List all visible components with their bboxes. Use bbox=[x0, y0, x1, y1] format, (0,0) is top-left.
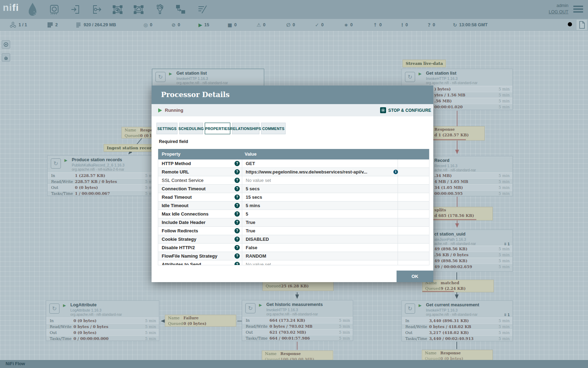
help-icon[interactable]: ? bbox=[234, 186, 240, 191]
stat-label: Tasks/Time bbox=[246, 336, 268, 341]
property-value[interactable]: No value set bbox=[246, 178, 271, 183]
tab-settings[interactable]: SETTINGS bbox=[156, 123, 177, 134]
property-row[interactable]: Max Idle Connections?5 bbox=[158, 210, 429, 218]
property-row-partial[interactable]: Attributes to Send?No value set bbox=[158, 260, 429, 265]
stat-period: 5 min bbox=[498, 330, 510, 335]
help-icon[interactable]: ? bbox=[234, 161, 240, 166]
drag-remote-process-group-icon[interactable] bbox=[133, 4, 144, 15]
connection-label-failure[interactable]: NameFailure Queued0 (0 bytes) bbox=[165, 315, 236, 327]
check-icon: ✓ bbox=[315, 22, 319, 28]
property-value[interactable]: No value set bbox=[246, 262, 271, 265]
connection-label-splits-fragment[interactable]: splits d 685 (178.56 KB) bbox=[424, 207, 493, 220]
stat-period: 5 min bbox=[339, 330, 350, 335]
processor-logattribute[interactable]: ↻ ▶ LogAttribute LogAttribute 1.16.3 org… bbox=[46, 300, 159, 341]
processor-title: Record bbox=[434, 158, 449, 163]
nifi-app: Stream live-data Ingest station records … bbox=[0, 0, 588, 368]
property-name: FlowFile Naming Strategy bbox=[162, 253, 217, 259]
property-value[interactable]: 5 secs bbox=[246, 186, 260, 191]
drag-label-icon[interactable] bbox=[197, 4, 208, 15]
connection-label-response-current[interactable]: NameResponse Queued0 (0 bytes) bbox=[422, 350, 493, 361]
property-row[interactable]: Connection Timeout?5 secs bbox=[158, 185, 429, 193]
help-icon[interactable]: ? bbox=[234, 220, 240, 225]
property-row[interactable]: HTTP Method?GET bbox=[158, 159, 429, 168]
processor-get-current-measurement[interactable]: ↻ ▶ Get current measurement InvokeHTTP 1… bbox=[401, 300, 513, 341]
property-row[interactable]: FlowFile Naming Strategy?RANDOM bbox=[158, 252, 429, 260]
help-icon[interactable]: ? bbox=[234, 228, 240, 233]
tab-properties[interactable]: PROPERTIES bbox=[205, 123, 230, 134]
stat-period: 5 min bbox=[498, 259, 510, 263]
drag-input-port-icon[interactable] bbox=[70, 4, 81, 15]
property-row[interactable]: Read Timeout?15 secs bbox=[158, 193, 429, 202]
global-menu-icon[interactable] bbox=[573, 6, 583, 13]
property-value[interactable]: RANDOM bbox=[246, 253, 266, 259]
connection-queued: 9 (2.24 KB) bbox=[441, 286, 465, 291]
drag-process-group-icon[interactable] bbox=[112, 4, 123, 15]
property-row[interactable]: Cookie Strategy?DISABLED bbox=[158, 235, 429, 244]
property-value[interactable]: 5 mins bbox=[246, 203, 260, 208]
help-icon[interactable]: ? bbox=[234, 253, 240, 259]
help-icon[interactable]: ? bbox=[234, 211, 240, 217]
ok-button[interactable]: OK bbox=[397, 271, 433, 282]
stat-period: 5 min bbox=[498, 265, 510, 269]
help-icon[interactable]: ? bbox=[234, 169, 240, 175]
property-value[interactable]: https://www.pegelonline.wsv.de/webservic… bbox=[246, 169, 367, 175]
property-value[interactable]: DISABLED bbox=[246, 237, 269, 242]
stat-value: 49 (898.56 KB) bbox=[434, 259, 467, 263]
stat-label: Read/Write bbox=[246, 324, 268, 329]
property-row[interactable]: Disable HTTP/2?False bbox=[158, 244, 429, 252]
search-button[interactable] bbox=[566, 21, 575, 29]
drag-output-port-icon[interactable] bbox=[91, 4, 102, 15]
stat-period: 5 min bbox=[498, 253, 510, 257]
breadcrumb[interactable]: NiFi Flow bbox=[6, 361, 25, 366]
not-transmitting-icon: ⊘ bbox=[172, 22, 176, 28]
help-icon[interactable]: ? bbox=[234, 245, 240, 250]
stat-period: 5 min bbox=[498, 325, 510, 329]
property-row[interactable]: Remote URL?https://www.pegelonline.wsv.d… bbox=[158, 168, 429, 176]
stat-value: 34 (1.05 MB) bbox=[434, 185, 463, 190]
stat-period: 5 min bbox=[498, 93, 510, 97]
tab-scheduling[interactable]: SCHEDULING bbox=[179, 123, 203, 134]
navigate-palette-button[interactable] bbox=[2, 40, 10, 49]
property-value[interactable]: 5 bbox=[246, 211, 248, 217]
info-icon: i bbox=[393, 170, 398, 174]
status-queued: 920 / 264.29 MB bbox=[75, 19, 116, 31]
stop-configure-icon bbox=[380, 107, 386, 113]
new-template-panel-button[interactable] bbox=[576, 19, 587, 30]
canvas-label[interactable]: Stream live-data bbox=[402, 60, 446, 67]
property-value[interactable]: GET bbox=[246, 161, 255, 166]
help-icon[interactable]: ? bbox=[234, 203, 240, 208]
property-row[interactable]: SSL Context Service?No value set bbox=[158, 176, 429, 185]
property-name: Attributes to Send bbox=[162, 262, 201, 265]
stop-and-configure-button[interactable]: STOP & CONFIGURE bbox=[380, 107, 431, 113]
property-value[interactable]: True bbox=[246, 220, 255, 225]
status-refresh[interactable]: ↻13:00:58 GMT bbox=[453, 19, 488, 31]
drag-funnel-icon[interactable] bbox=[155, 4, 165, 15]
stat-value: 0 bytes / 418.02 KB bbox=[429, 325, 471, 329]
property-row[interactable]: Follow Redirects?True bbox=[158, 227, 429, 235]
property-value[interactable]: 15 secs bbox=[246, 195, 262, 200]
tab-comments[interactable]: COMMENTS bbox=[261, 123, 286, 134]
drag-template-icon[interactable] bbox=[175, 4, 186, 15]
pan-hand-button[interactable] bbox=[2, 53, 10, 62]
stat-value: 0 bytes / 0 bytes bbox=[74, 325, 108, 329]
drag-processor-icon[interactable] bbox=[49, 4, 59, 15]
status-sync-failure: ?0 bbox=[428, 19, 435, 31]
stat-period: 5 min bbox=[498, 319, 510, 323]
processor-produce-station-records[interactable]: ↻ ▶ Produce station records PublishKafka… bbox=[47, 155, 159, 196]
property-value[interactable]: True bbox=[246, 228, 255, 233]
help-icon[interactable]: ? bbox=[234, 262, 240, 265]
property-row[interactable]: Idle Timeout?5 mins bbox=[158, 202, 429, 210]
logout-link[interactable]: LOG OUT bbox=[549, 9, 568, 14]
processor-bundle: org.apache.nifi - nifi-standard-nar bbox=[266, 312, 318, 316]
help-icon[interactable]: ? bbox=[234, 178, 240, 183]
property-row[interactable]: Include Date Header?True bbox=[158, 218, 429, 227]
help-icon[interactable]: ? bbox=[234, 237, 240, 242]
property-value[interactable]: False bbox=[246, 245, 257, 250]
processor-get-historic-measurements[interactable]: ↻ ▶ Get historic measurements InvokeHTTP… bbox=[242, 300, 353, 341]
tab-relationships[interactable]: RELATIONSHIPS bbox=[232, 123, 259, 134]
stat-label: Read/Write bbox=[50, 325, 72, 329]
properties-table: Property Value HTTP Method?GET Remote UR… bbox=[158, 149, 429, 265]
processor-title: ct station_uuid bbox=[434, 232, 465, 237]
help-icon[interactable]: ? bbox=[234, 195, 240, 200]
stat-value: 664 (173.24 KB) bbox=[270, 318, 305, 323]
